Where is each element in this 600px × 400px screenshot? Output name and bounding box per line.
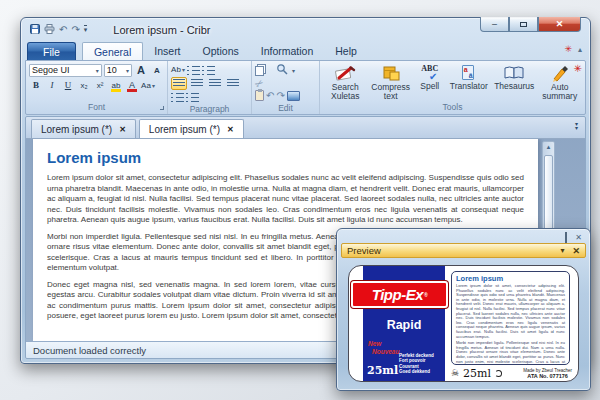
- tab-insert[interactable]: Insert: [143, 42, 191, 60]
- collapse-ribbon-icon[interactable]: ▴: [578, 45, 582, 54]
- superscript-button[interactable]: x²: [93, 79, 107, 92]
- bold-button[interactable]: B: [29, 79, 43, 92]
- minimize-button[interactable]: –: [480, 17, 509, 32]
- font-family-select[interactable]: Segoe UI ▾: [29, 64, 102, 77]
- close-icon[interactable]: ✕: [572, 246, 580, 256]
- search-xuletas-icon: [334, 64, 356, 83]
- translator-button[interactable]: a â Translator: [447, 63, 491, 91]
- close-tab-icon[interactable]: ✕: [227, 125, 234, 134]
- ribbon-group-edit: ▾ ✂ ↶ ↷ Edit: [252, 61, 320, 114]
- increase-indent-icon[interactable]: [186, 91, 199, 102]
- tab-information[interactable]: Information: [250, 42, 325, 60]
- numbered-list-icon[interactable]: [202, 64, 215, 75]
- close-tab-icon[interactable]: ✕: [119, 125, 126, 134]
- tool-label: Translator: [450, 82, 488, 91]
- preview-body: Tipp-Ex® Rapid New Nouveau Perfekt decke…: [341, 261, 586, 386]
- label-footer: ☠ 25ml Made by Zbeul Treacher ATA No. 07…: [451, 366, 572, 380]
- font-dialog-launcher-icon[interactable]: [160, 106, 164, 110]
- redo-icon[interactable]: ↷: [276, 91, 284, 101]
- scroll-up-icon[interactable]: ▲: [543, 142, 554, 153]
- tippex-label-preview: Tipp-Ex® Rapid New Nouveau Perfekt decke…: [348, 265, 579, 382]
- sparkle-icon[interactable]: ✳: [564, 44, 572, 54]
- restore-icon[interactable]: [565, 234, 567, 242]
- thesaurus-button[interactable]: Thesaurus: [492, 63, 536, 91]
- chevron-down-icon[interactable]: ▾: [560, 246, 564, 255]
- compress-text-icon: [381, 64, 401, 83]
- tab-general[interactable]: General: [82, 42, 143, 60]
- volume-side: 25ml: [367, 364, 398, 377]
- styles-label: Ab: [171, 65, 181, 74]
- font-size-select[interactable]: 10 ▾: [104, 64, 132, 77]
- grow-font-button[interactable]: A: [134, 64, 148, 77]
- window-title: Lorem ipsum - Cribr: [113, 24, 210, 36]
- search-magnifier-icon[interactable]: [276, 61, 289, 79]
- tab-options[interactable]: Options: [192, 42, 250, 60]
- ribbon-group-paragraph: Ab▾ Paragraph: [168, 61, 252, 114]
- ribbon-group-font: Segoe UI ▾ 10 ▾ A A B I U x₂ x² ab A Aa▾: [26, 61, 168, 114]
- label-tiny-text: Lorem ipsum dolor sit amet, consectetur …: [456, 284, 565, 339]
- align-left-icon: [173, 79, 185, 88]
- font-color-button[interactable]: A: [125, 79, 139, 92]
- label-text-heading: Lorem ipsum: [456, 274, 565, 283]
- doc-tab-2[interactable]: Lorem ipsum (*) ✕: [139, 119, 244, 138]
- undo-icon[interactable]: ↶: [266, 91, 274, 101]
- new-en: New: [368, 340, 399, 348]
- preview-header[interactable]: Preview ▾ ✕: [341, 243, 586, 258]
- styles-button[interactable]: Ab▾: [171, 63, 185, 76]
- ribbon: Segoe UI ▾ 10 ▾ A A B I U x₂ x² ab A Aa▾: [25, 60, 586, 115]
- preview-window-controls: ✕: [341, 230, 586, 243]
- decrease-indent-icon[interactable]: [171, 91, 184, 102]
- align-left-button[interactable]: [171, 77, 187, 90]
- align-right-button[interactable]: [207, 77, 223, 90]
- doc-tab-label: Lorem ipsum (*): [41, 124, 112, 135]
- tab-help[interactable]: Help: [324, 42, 368, 60]
- tool-label: Compress text: [368, 83, 412, 100]
- brand-logo: Tipp-Ex®: [351, 281, 448, 308]
- new-fr: Nouveau: [372, 348, 399, 356]
- preview-window: ✕ Preview ▾ ✕ Tipp-Ex® Rapid New Nouveau…: [336, 228, 591, 391]
- search-xuletas-button[interactable]: Search Xuletas: [323, 63, 367, 100]
- label-tiny-text: Morbi non imperdiet ligula. Pellentesque…: [456, 341, 565, 365]
- paste-icon[interactable]: [255, 90, 264, 101]
- underline-button[interactable]: U: [61, 79, 75, 92]
- tab-overflow-icon[interactable]: ▾▾: [575, 122, 578, 130]
- subscript-button[interactable]: x₂: [77, 79, 91, 92]
- undo-icon[interactable]: ↶: [59, 25, 67, 35]
- file-menu-button[interactable]: File: [27, 42, 76, 60]
- maximize-button[interactable]: [509, 17, 538, 32]
- doc-tab-1[interactable]: Lorem ipsum (*) ✕: [31, 119, 136, 138]
- bullet-list-icon[interactable]: [187, 64, 200, 75]
- translator-icon: a â: [461, 64, 477, 82]
- volume-bottom: 25ml: [463, 367, 491, 380]
- window-controls: – ✕: [480, 17, 581, 32]
- hazard-skull-icon: ☠: [451, 369, 459, 378]
- save-icon[interactable]: [30, 24, 40, 36]
- change-case-button[interactable]: Aa▾: [141, 79, 155, 92]
- chevron-down-icon: ▾: [292, 67, 295, 74]
- tool-label: Search Xuletas: [323, 83, 367, 100]
- maximize-icon: [520, 22, 527, 27]
- print-icon[interactable]: [44, 24, 55, 36]
- redo-icon[interactable]: ↷: [71, 25, 79, 35]
- spell-check-icon: ABC ✔: [421, 64, 438, 82]
- align-center-button[interactable]: [189, 77, 205, 90]
- made-by-text: Made by Zbeul Treacher: [523, 368, 572, 373]
- sparkle-icon: ✳: [574, 63, 582, 74]
- close-button[interactable]: ✕: [538, 17, 581, 32]
- auto-summary-marker-icon: [550, 64, 570, 83]
- compress-text-button[interactable]: Compress text: [368, 63, 412, 100]
- spell-button[interactable]: ABC ✔ Spell: [414, 63, 446, 91]
- copy-icon[interactable]: [255, 64, 266, 76]
- highlight-color-button[interactable]: ab: [109, 79, 123, 92]
- titlebar[interactable]: ↶ ↷ ▾ Lorem ipsum - Cribr – ✕: [25, 18, 586, 41]
- estimated-sign-icon: [495, 370, 502, 377]
- shrink-font-button[interactable]: A: [150, 64, 164, 77]
- close-icon[interactable]: ✕: [575, 234, 582, 242]
- ribbon-group-tools: Search Xuletas Compress text ABC ✔ Spell: [320, 61, 585, 114]
- justify-icon: [227, 79, 239, 88]
- edit-group-caption: Edit: [255, 102, 316, 115]
- italic-button[interactable]: I: [45, 79, 59, 92]
- qat-customize-icon[interactable]: ▾: [84, 25, 88, 34]
- insert-image-icon[interactable]: [287, 91, 300, 101]
- justify-button[interactable]: [225, 77, 241, 90]
